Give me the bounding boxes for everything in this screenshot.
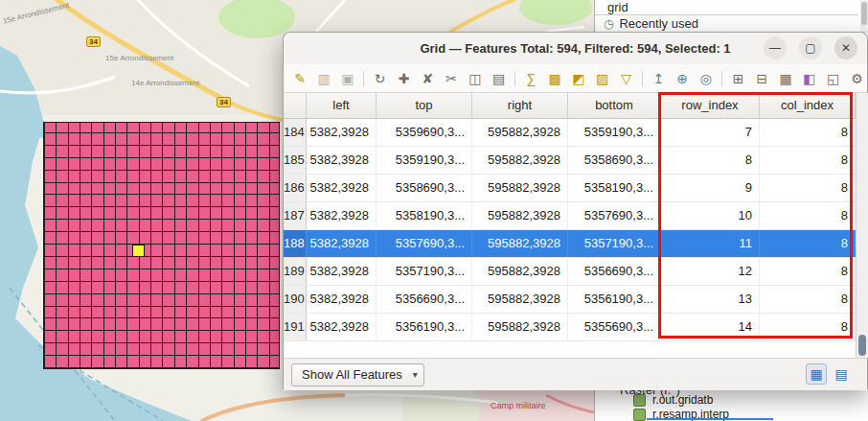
multi-edit-icon[interactable]: ▥ [314,68,334,89]
cell-left[interactable]: 5382,3928 [307,147,377,174]
reload-table-icon[interactable]: ↻ [370,68,390,89]
cell-right[interactable]: 595882,3928 [472,258,568,285]
column-header-top[interactable]: top [377,93,472,118]
cell-col-index[interactable]: 8 [760,230,856,257]
cell-col-index[interactable]: 8 [760,314,856,340]
row-number[interactable]: 185 [284,147,307,174]
delete-selected-icon[interactable]: ✘ [418,68,438,89]
cell-col-index[interactable]: 8 [760,286,856,313]
cell-top[interactable]: 5359690,3... [377,119,472,146]
table-row[interactable]: 186 5382,3928 5358690,3... 595882,3928 5… [284,175,856,202]
cell-col-index[interactable]: 8 [760,175,856,201]
table-row[interactable]: 187 5382,3928 5358190,3... 595882,3928 5… [284,202,856,230]
table-view-icon[interactable]: ▦ [806,363,827,385]
toolbox-scrollbar[interactable] [860,0,868,32]
window-titlebar[interactable]: Grid — Features Total: 594, Filtered: 59… [284,33,867,65]
cell-col-index[interactable]: 8 [760,258,856,285]
table-row[interactable]: 184 5382,3928 5359690,3... 595882,3928 5… [284,119,856,147]
cell-right[interactable]: 595882,3928 [472,286,568,313]
cell-left[interactable]: 5382,3928 [307,230,377,257]
feature-filter-button[interactable]: Show All Features ▾ [291,363,424,386]
row-number[interactable]: 184 [284,119,307,146]
table-row[interactable]: 189 5382,3928 5357190,3... 595882,3928 5… [284,258,856,286]
toolbox-item-r-out-gridatb[interactable]: r.out.gridatb [633,393,713,407]
row-number[interactable]: 189 [284,258,307,285]
cell-bottom[interactable]: 5356690,3... [568,258,661,285]
pan-to-selection-icon[interactable]: ⊕ [673,68,693,89]
table-row[interactable]: 190 5382,3928 5356690,3... 595882,3928 5… [284,286,856,314]
save-edits-icon[interactable]: ▣ [338,68,358,89]
cell-row-index[interactable]: 10 [661,202,760,229]
close-button[interactable]: ✕ [834,36,857,59]
actions-icon[interactable]: ⚙ [847,68,867,89]
table-row[interactable]: 185 5382,3928 5359190,3... 595882,3928 5… [284,147,856,175]
form-view-icon[interactable]: ▤ [831,363,852,385]
cell-left[interactable]: 5382,3928 [307,286,377,313]
row-number[interactable]: 191 [284,314,307,340]
cell-row-index[interactable]: 8 [661,147,760,174]
cell-right[interactable]: 595882,3928 [472,175,568,201]
row-number[interactable]: 187 [284,202,307,229]
cell-top[interactable]: 5356190,3... [377,314,472,340]
row-number[interactable]: 186 [284,175,307,201]
cell-row-index[interactable]: 7 [661,119,760,146]
toolbox-search-input[interactable]: grid [595,0,858,15]
cell-top[interactable]: 5357690,3... [377,230,472,257]
move-selection-top-icon[interactable]: ↥ [649,68,669,89]
deselect-all-icon[interactable]: ▨ [592,68,612,89]
cell-row-index[interactable]: 13 [661,286,760,313]
cell-left[interactable]: 5382,3928 [307,258,377,285]
new-field-icon[interactable]: ⊞ [728,68,748,89]
zoom-to-selection-icon[interactable]: ◎ [696,68,716,89]
cell-col-index[interactable]: 8 [760,119,856,146]
scrollbar-thumb[interactable] [861,2,867,25]
conditional-format-icon[interactable]: ◧ [800,68,820,89]
column-header-bottom[interactable]: bottom [568,93,661,118]
delete-field-icon[interactable]: ⊟ [752,68,772,89]
paste-icon[interactable]: ▤ [489,68,509,89]
cell-left[interactable]: 5382,3928 [307,202,377,229]
column-header-right[interactable]: right [472,93,568,118]
row-number[interactable]: 188 [284,230,307,257]
cell-right[interactable]: 595882,3928 [472,119,568,146]
cell-top[interactable]: 5356690,3... [377,286,472,313]
toggle-editing-icon[interactable]: ✎ [290,68,310,89]
cell-top[interactable]: 5359190,3... [377,147,472,174]
column-header-col-index[interactable]: col_index [760,93,856,118]
select-by-expression-icon[interactable]: ∑ [521,68,541,89]
cell-row-index[interactable]: 11 [661,230,760,257]
cell-top[interactable]: 5358190,3... [377,202,472,229]
cell-bottom[interactable]: 5357190,3... [568,230,661,257]
cell-right[interactable]: 595882,3928 [472,202,568,229]
column-header-row-index[interactable]: row_index [661,93,760,118]
cell-bottom[interactable]: 5358690,3... [568,147,661,174]
copy-icon[interactable]: ◫ [465,68,485,89]
dock-table-icon[interactable]: ◱ [823,68,843,89]
minimize-button[interactable]: — [764,36,787,59]
cell-top[interactable]: 5357190,3... [377,258,472,285]
cell-bottom[interactable]: 5358190,3... [568,175,661,201]
add-feature-icon[interactable]: ✚ [394,68,414,89]
column-header-left[interactable]: left [307,93,377,118]
cell-bottom[interactable]: 5359190,3... [568,119,661,146]
cell-left[interactable]: 5382,3928 [307,119,377,146]
toolbox-group-recently-used[interactable]: ◷ Recently used [595,15,868,33]
cell-col-index[interactable]: 8 [760,147,856,174]
cell-right[interactable]: 595882,3928 [472,230,568,257]
table-row[interactable]: 191 5382,3928 5356190,3... 595882,3928 5… [284,314,856,341]
cell-col-index[interactable]: 8 [760,202,856,229]
cell-row-index[interactable]: 9 [661,175,760,201]
table-row-selected[interactable]: 188 5382,3928 5357690,3... 595882,3928 5… [284,230,856,258]
select-all-icon[interactable]: ▩ [545,68,565,89]
cell-top[interactable]: 5358690,3... [377,175,472,201]
scrollbar-thumb[interactable] [858,335,866,356]
cell-right[interactable]: 595882,3928 [472,314,568,340]
cell-right[interactable]: 595882,3928 [472,147,568,174]
filter-form-icon[interactable]: ▽ [616,68,636,89]
row-number[interactable]: 190 [284,286,307,313]
field-calculator-icon[interactable]: ▦ [776,68,796,89]
cell-bottom[interactable]: 5357690,3... [568,202,661,229]
cell-bottom[interactable]: 5356190,3... [568,286,661,313]
maximize-button[interactable]: ▢ [799,36,822,59]
cell-bottom[interactable]: 5355690,3... [568,314,661,340]
